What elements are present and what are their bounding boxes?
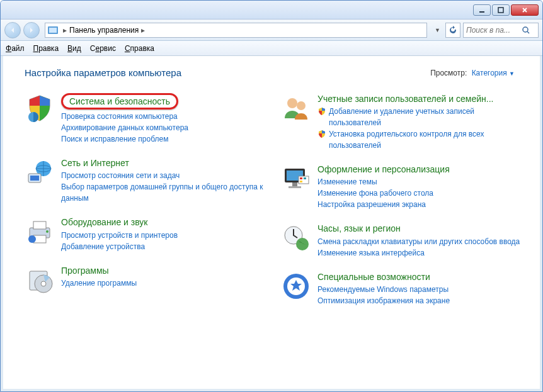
sub-link[interactable]: Архивирование данных компьютера	[61, 122, 271, 133]
svg-rect-1	[498, 8, 503, 13]
category-link-hardware[interactable]: Оборудование и звук	[61, 216, 271, 228]
sub-link[interactable]: Рекомендуемые Windows параметры	[317, 284, 527, 295]
breadcrumb-item[interactable]: Панель управления	[69, 26, 139, 35]
svg-point-13	[46, 230, 49, 233]
svg-rect-11	[33, 221, 46, 229]
titlebar	[1, 1, 542, 20]
category-link-ease[interactable]: Специальные возможности	[317, 271, 527, 283]
menu-view[interactable]: Вид	[67, 44, 81, 53]
menu-file[interactable]: ФФайлайл	[6, 44, 25, 53]
sub-link[interactable]: Поиск и исправление проблем	[61, 133, 271, 145]
category-columns: Система и безопасность Проверка состояни…	[25, 93, 527, 306]
sub-link[interactable]: Проверка состояния компьютера	[61, 111, 271, 122]
svg-point-18	[287, 98, 297, 108]
content-area: Настройка параметров компьютера Просмотр…	[1, 56, 542, 391]
page-title: Настройка параметров компьютера	[25, 67, 181, 78]
svg-rect-24	[299, 176, 309, 184]
sub-link[interactable]: Добавление и удаление учетных записей по…	[317, 106, 527, 128]
category-network: Сеть и Интернет Просмотр состояния сети …	[25, 157, 271, 204]
menu-bar: ФФайлайл Правка Вид Сервис Справка	[1, 41, 542, 56]
sub-link[interactable]: Удаление программы	[61, 277, 271, 289]
category-link-system[interactable]: Система и безопасность	[69, 96, 170, 106]
highlight-annotation: Система и безопасность	[61, 93, 178, 109]
left-column: Система и безопасность Проверка состояни…	[25, 93, 271, 306]
users-icon	[281, 93, 311, 123]
nav-toolbar: ▸ Панель управления ▸ ▼	[1, 20, 542, 41]
cd-box-icon	[25, 265, 55, 295]
svg-point-17	[41, 281, 46, 286]
sub-link[interactable]: Настройка разрешения экрана	[317, 199, 527, 210]
clock-globe-icon	[281, 223, 311, 253]
svg-point-4	[523, 27, 528, 32]
control-panel-icon	[48, 25, 58, 35]
svg-rect-25	[300, 177, 302, 179]
svg-rect-27	[300, 181, 302, 182]
category-hardware: Оборудование и звук Просмотр устройств и…	[25, 216, 271, 252]
category-appearance: Оформление и персонализация Изменение те…	[281, 164, 527, 210]
category-users: Учетные записи пользователей и семейн...…	[281, 93, 527, 151]
sub-link[interactable]: Изменение языка интерфейса	[317, 247, 527, 259]
category-clock: Часы, язык и регион Смена раскладки клав…	[281, 223, 527, 258]
sub-link[interactable]: Изменение фона рабочего стола	[317, 188, 527, 199]
category-programs: Программы Удаление программы	[25, 265, 271, 295]
menu-tools[interactable]: Сервис	[90, 44, 116, 53]
sub-link[interactable]: Установка родительского контроля для все…	[317, 128, 527, 151]
sub-link[interactable]: Выбор параметров домашней группы и общег…	[61, 181, 271, 204]
forward-button[interactable]	[23, 22, 40, 38]
category-link-users[interactable]: Учетные записи пользователей и семейн...	[317, 93, 527, 104]
view-by: Просмотр: Категория ▼	[430, 69, 515, 77]
svg-rect-0	[479, 11, 484, 13]
right-column: Учетные записи пользователей и семейн...…	[281, 93, 527, 306]
sub-link[interactable]: Оптимизация изображения на экране	[317, 295, 527, 306]
search-icon	[522, 26, 530, 35]
svg-point-19	[297, 101, 306, 110]
view-label: Просмотр:	[430, 69, 467, 77]
refresh-icon	[449, 26, 457, 35]
breadcrumb-sep-icon: ▸	[141, 26, 145, 35]
uac-shield-icon	[317, 107, 326, 116]
category-system: Система и безопасность Проверка состояни…	[25, 93, 271, 145]
sub-link[interactable]: Изменение темы	[317, 176, 527, 188]
svg-point-29	[296, 238, 309, 250]
search-box[interactable]	[463, 23, 539, 38]
breadcrumb-sep-icon: ▸	[63, 26, 67, 35]
chevron-down-icon: ▼	[509, 70, 515, 77]
svg-rect-26	[304, 177, 306, 179]
category-link-clock[interactable]: Часы, язык и регион	[317, 223, 527, 234]
sub-link[interactable]: Просмотр устройств и принтеров	[61, 230, 271, 241]
sub-link[interactable]: Добавление устройства	[61, 241, 271, 252]
refresh-button[interactable]	[445, 23, 460, 38]
shield-icon	[25, 93, 55, 123]
minimize-button[interactable]	[473, 4, 491, 16]
breadcrumb-dropdown-icon[interactable]: ▼	[432, 27, 443, 33]
ease-of-access-icon	[281, 271, 311, 301]
window-frame: ▸ Панель управления ▸ ▼ ФФайлайл Правка …	[0, 0, 543, 392]
category-link-programs[interactable]: Программы	[61, 265, 271, 276]
breadcrumb[interactable]: ▸ Панель управления ▸	[45, 23, 427, 38]
heading-row: Настройка параметров компьютера Просмотр…	[25, 67, 527, 78]
svg-rect-23	[289, 186, 301, 188]
menu-help[interactable]: Справка	[125, 44, 154, 53]
back-button[interactable]	[4, 22, 21, 38]
svg-rect-3	[49, 28, 57, 33]
printer-icon	[25, 216, 55, 247]
menu-edit[interactable]: Правка	[33, 44, 59, 53]
category-ease: Специальные возможности Рекомендуемые Wi…	[281, 271, 527, 306]
svg-point-14	[28, 235, 36, 243]
uac-shield-icon	[317, 130, 326, 138]
svg-rect-9	[30, 176, 39, 181]
svg-rect-22	[292, 182, 297, 186]
close-button[interactable]	[511, 4, 539, 16]
monitor-appearance-icon	[281, 164, 311, 194]
globe-network-icon	[25, 157, 55, 188]
search-input[interactable]	[466, 26, 522, 35]
view-dropdown[interactable]: Категория ▼	[472, 69, 515, 77]
sub-link[interactable]: Смена раскладки клавиатуры или других сп…	[317, 236, 527, 247]
maximize-button[interactable]	[492, 4, 510, 16]
category-link-appearance[interactable]: Оформление и персонализация	[317, 164, 527, 175]
sub-link[interactable]: Просмотр состояния сети и задач	[61, 170, 271, 181]
category-link-network[interactable]: Сеть и Интернет	[61, 157, 271, 169]
